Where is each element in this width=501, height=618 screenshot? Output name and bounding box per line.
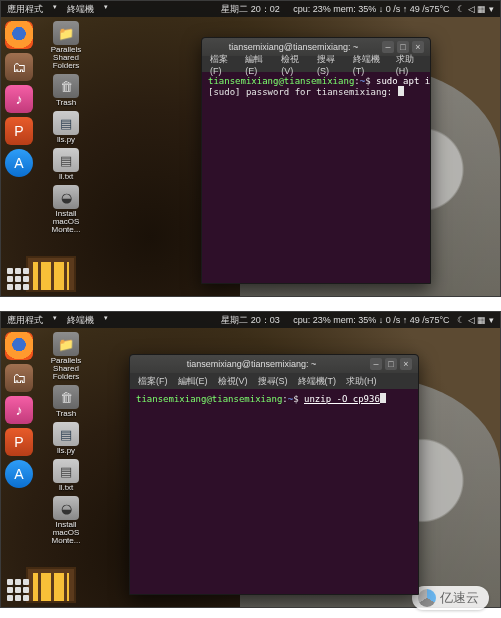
software-store-icon[interactable]: A bbox=[5, 460, 33, 488]
screenshot-1: 應用程式▾ 終端機▾ 星期二 20：02 cpu: 23% mem: 35% ↓… bbox=[0, 0, 501, 297]
folder-icon: 📁 bbox=[53, 21, 79, 45]
disk-image-icon: ◒ bbox=[53, 496, 79, 520]
icon-label: ll.txt bbox=[59, 173, 73, 181]
top-panel: 應用程式▾ 終端機▾ 星期二 20：02 cpu: 23% mem: 35% ↓… bbox=[1, 1, 500, 17]
terminal-window[interactable]: tiansemixiang@tiansemixiang: ~ – □ × 檔案(… bbox=[129, 354, 419, 595]
output-line: [sudo] password for tiansemixiang: bbox=[208, 87, 392, 97]
icon-label: lls.py bbox=[57, 447, 75, 455]
python-file-icon: ▤ bbox=[53, 422, 79, 446]
music-icon[interactable]: ♪ bbox=[5, 85, 33, 113]
launcher-dock: 🗂 ♪ P A bbox=[5, 21, 35, 177]
firefox-icon[interactable] bbox=[5, 332, 33, 360]
window-titlebar[interactable]: tiansemixiang@tiansemixiang: ~ – □ × bbox=[130, 355, 418, 373]
terminal-menubar: 檔案(F) 編輯(E) 檢視(V) 搜尋(S) 終端機(T) 求助(H) bbox=[130, 373, 418, 389]
top-panel: 應用程式▾ 終端機▾ 星期二 20：03 cpu: 23% mem: 35% ↓… bbox=[1, 312, 500, 328]
menu-file[interactable]: 檔案(F) bbox=[210, 53, 235, 76]
watermark-logo-icon bbox=[418, 589, 436, 607]
watermark: 亿速云 bbox=[412, 586, 489, 610]
menu-search[interactable]: 搜尋(S) bbox=[317, 53, 343, 76]
menu-help[interactable]: 求助(H) bbox=[346, 375, 377, 388]
maximize-button[interactable]: □ bbox=[385, 358, 397, 370]
menu-file[interactable]: 檔案(F) bbox=[138, 375, 168, 388]
system-tray[interactable]: ☾ ◁ ▦ ▾ bbox=[457, 315, 494, 325]
system-stats: cpu: 23% mem: 35% ↓ 0 /s ↑ 49 /s75°C bbox=[293, 4, 449, 14]
show-applications-button[interactable] bbox=[7, 579, 29, 601]
terminal-menubar: 檔案(F) 編輯(E) 檢視(V) 搜尋(S) 終端機(T) 求助(H) bbox=[202, 56, 430, 72]
minimize-button[interactable]: – bbox=[370, 358, 382, 370]
panel-clock[interactable]: 星期二 20：03 bbox=[221, 314, 280, 327]
desktop-icon-parallels[interactable]: 📁 Parallels Shared Folders bbox=[43, 21, 89, 70]
panel-clock[interactable]: 星期二 20：02 bbox=[221, 3, 280, 16]
desktop-icons: 📁 Parallels Shared Folders 🗑 Trash ▤ lls… bbox=[43, 21, 89, 234]
icon-label: Parallels Shared Folders bbox=[43, 357, 89, 381]
system-stats: cpu: 23% mem: 35% ↓ 0 /s ↑ 49 /s75°C bbox=[293, 315, 449, 325]
desktop-icon-parallels[interactable]: 📁 Parallels Shared Folders bbox=[43, 332, 89, 381]
trash-icon: 🗑 bbox=[53, 385, 79, 409]
system-tray[interactable]: ☾ ◁ ▦ ▾ bbox=[457, 4, 494, 14]
disk-image-icon: ◒ bbox=[53, 185, 79, 209]
screenshot-2: 應用程式▾ 終端機▾ 星期二 20：03 cpu: 23% mem: 35% ↓… bbox=[0, 311, 501, 608]
presentation-icon[interactable]: P bbox=[5, 428, 33, 456]
icon-label: Trash bbox=[56, 99, 76, 107]
command-text: sudo apt install unzip zip bbox=[376, 76, 430, 86]
terminal-menu[interactable]: 終端機 bbox=[67, 314, 94, 327]
software-store-icon[interactable]: A bbox=[5, 149, 33, 177]
terminal-menu[interactable]: 終端機 bbox=[67, 3, 94, 16]
show-applications-button[interactable] bbox=[7, 268, 29, 290]
icon-label: Parallels Shared Folders bbox=[43, 46, 89, 70]
menu-search[interactable]: 搜尋(S) bbox=[258, 375, 288, 388]
close-button[interactable]: × bbox=[412, 41, 424, 53]
desktop-icon-py[interactable]: ▤ lls.py bbox=[43, 422, 89, 455]
icon-label: Trash bbox=[56, 410, 76, 418]
close-button[interactable]: × bbox=[400, 358, 412, 370]
watermark-text: 亿速云 bbox=[440, 589, 479, 607]
command-text: unzip -O cp936 bbox=[304, 394, 380, 404]
prompt-user: tiansemixiang@tiansemixiang bbox=[208, 76, 354, 86]
applications-menu[interactable]: 應用程式 bbox=[7, 3, 43, 16]
trash-icon: 🗑 bbox=[53, 74, 79, 98]
python-file-icon: ▤ bbox=[53, 111, 79, 135]
text-file-icon: ▤ bbox=[53, 459, 79, 483]
desktop-icon-trash[interactable]: 🗑 Trash bbox=[43, 385, 89, 418]
files-icon[interactable]: 🗂 bbox=[5, 53, 33, 81]
terminal-body[interactable]: tiansemixiang@tiansemixiang:~$ unzip -O … bbox=[130, 389, 418, 594]
text-file-icon: ▤ bbox=[53, 148, 79, 172]
terminal-window[interactable]: tiansemixiang@tiansemixiang: ~ – □ × 檔案(… bbox=[201, 37, 431, 284]
window-title: tiansemixiang@tiansemixiang: ~ bbox=[136, 359, 367, 369]
desktop-icon-txt[interactable]: ▤ ll.txt bbox=[43, 148, 89, 181]
files-icon[interactable]: 🗂 bbox=[5, 364, 33, 392]
cursor bbox=[398, 86, 404, 96]
menu-help[interactable]: 求助(H) bbox=[396, 53, 422, 76]
menu-edit[interactable]: 編輯(E) bbox=[178, 375, 208, 388]
menu-view[interactable]: 檢視(V) bbox=[281, 53, 307, 76]
prompt-user: tiansemixiang@tiansemixiang bbox=[136, 394, 282, 404]
window-title: tiansemixiang@tiansemixiang: ~ bbox=[208, 42, 379, 52]
cursor bbox=[380, 393, 386, 403]
applications-menu[interactable]: 應用程式 bbox=[7, 314, 43, 327]
icon-label: Install macOS Monte... bbox=[43, 521, 89, 545]
icon-label: lls.py bbox=[57, 136, 75, 144]
desktop-icons: 📁 Parallels Shared Folders 🗑 Trash ▤ lls… bbox=[43, 332, 89, 545]
menu-terminal[interactable]: 終端機(T) bbox=[353, 53, 386, 76]
presentation-icon[interactable]: P bbox=[5, 117, 33, 145]
desktop-icon-install[interactable]: ◒ Install macOS Monte... bbox=[43, 185, 89, 234]
menu-edit[interactable]: 編輯(E) bbox=[245, 53, 271, 76]
desktop-icon-install[interactable]: ◒ Install macOS Monte... bbox=[43, 496, 89, 545]
desktop-icon-py[interactable]: ▤ lls.py bbox=[43, 111, 89, 144]
menu-terminal[interactable]: 終端機(T) bbox=[298, 375, 337, 388]
folder-icon: 📁 bbox=[53, 332, 79, 356]
launcher-dock: 🗂 ♪ P A bbox=[5, 332, 35, 488]
music-icon[interactable]: ♪ bbox=[5, 396, 33, 424]
firefox-icon[interactable] bbox=[5, 21, 33, 49]
minimize-button[interactable]: – bbox=[382, 41, 394, 53]
menu-view[interactable]: 檢視(V) bbox=[218, 375, 248, 388]
icon-label: Install macOS Monte... bbox=[43, 210, 89, 234]
desktop-icon-trash[interactable]: 🗑 Trash bbox=[43, 74, 89, 107]
desktop-icon-txt[interactable]: ▤ ll.txt bbox=[43, 459, 89, 492]
icon-label: ll.txt bbox=[59, 484, 73, 492]
wallpaper-lit-windows bbox=[26, 256, 76, 292]
wallpaper-lit-windows bbox=[26, 567, 76, 603]
maximize-button[interactable]: □ bbox=[397, 41, 409, 53]
terminal-body[interactable]: tiansemixiang@tiansemixiang:~$ sudo apt … bbox=[202, 72, 430, 283]
